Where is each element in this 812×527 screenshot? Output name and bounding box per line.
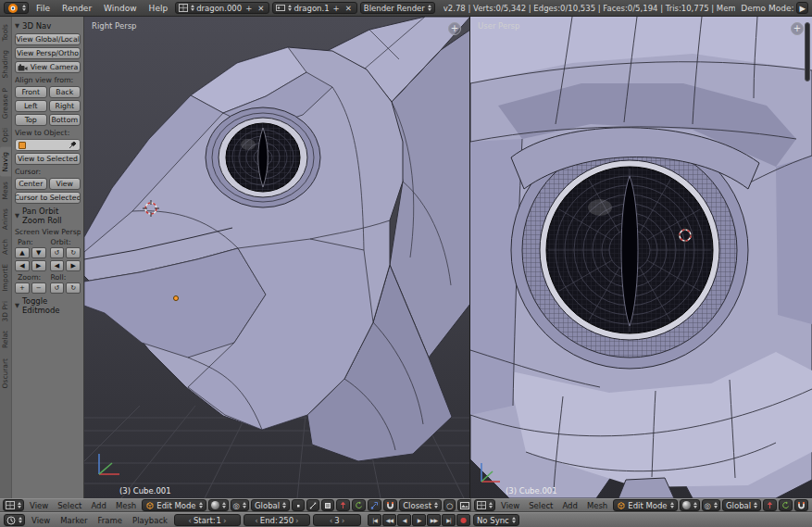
menu-add[interactable]: Add [87,501,109,510]
start-frame-field[interactable]: ‹ Start: 1 › [174,514,241,526]
align-left-button[interactable]: Left [15,100,47,112]
editor-type-button[interactable] [4,514,25,526]
roll-cw-button[interactable]: ↻ [66,282,81,294]
menu-view[interactable]: View [26,501,52,510]
manipulator-rotate-button[interactable] [352,499,366,511]
snap-target-dropdown[interactable]: Closest [399,499,442,511]
panel-header-toggle-editmode[interactable]: ▼ Toggle Editmode [15,296,81,315]
toolshelf-tab[interactable]: Anims [0,204,11,234]
demo-play-button[interactable]: ▶ [796,2,808,14]
viewport-shading-button[interactable] [208,499,229,511]
align-back-button[interactable]: Back [49,86,81,98]
menu-frame[interactable]: Frame [94,516,126,525]
pan-left-button[interactable]: ◀ [15,260,30,271]
toolshelf-tab[interactable]: Arch [0,234,11,259]
menu-window[interactable]: Window [99,3,142,14]
toolshelf-tab[interactable]: Oscurart [0,354,11,393]
stepper-right-icon[interactable]: › [294,516,300,525]
toolshelf-tab[interactable]: Shading [0,45,11,82]
close-scene-button[interactable]: ✕ [344,4,354,13]
snap-button[interactable] [383,499,397,511]
av-sync-dropdown[interactable]: No Sync [473,514,519,526]
align-bottom-button[interactable]: Bottom [49,114,81,126]
toolshelf-tab[interactable]: Navig [0,147,11,177]
toolshelf-tab[interactable]: Meas [0,177,11,205]
scene-selector[interactable]: dragon.1 + ✕ [272,2,356,14]
menu-view[interactable]: View [28,516,54,525]
stepper-left-icon[interactable]: ‹ [254,516,259,525]
toolshelf-tab[interactable]: Opti [0,123,11,147]
mode-dropdown[interactable]: Edit Mode [142,499,206,511]
align-top-button[interactable]: Top [15,114,47,126]
zoom-in-button[interactable]: + [15,282,30,294]
cursor-center-button[interactable]: Center [15,178,47,190]
viewport-shading-button[interactable] [680,499,700,511]
view-to-selected-button[interactable]: View to Selected [15,153,81,165]
pan-right-button[interactable]: ▶ [31,260,46,271]
manipulator-translate-button[interactable] [763,499,777,511]
play-reverse-button[interactable]: ◀ [397,514,411,526]
jump-to-end-button[interactable]: ▶| [442,514,456,526]
jump-to-start-button[interactable]: |◀ [368,514,381,526]
orbit-left-button[interactable]: ◀ [50,260,65,271]
menu-view[interactable]: View [497,501,523,510]
zoom-out-button[interactable]: − [31,282,46,294]
play-button[interactable]: ▶ [412,514,426,526]
add-layout-button[interactable]: + [244,4,254,13]
menu-playback[interactable]: Playback [129,516,171,525]
editor-type-button[interactable] [4,2,29,14]
current-frame-field[interactable]: ‹ 3 › [313,514,361,526]
vertex-select-button[interactable] [292,499,305,511]
menu-render[interactable]: Render [57,3,96,14]
manipulator-rotate-button[interactable] [779,499,793,511]
manipulator-translate-button[interactable] [336,499,350,511]
prev-keyframe-button[interactable]: ◀◀ [382,514,396,526]
face-select-button[interactable] [321,499,334,511]
roll-ccw-button[interactable]: ↺ [50,282,65,294]
manipulator-scale-button[interactable] [368,499,381,511]
pivot-center-button[interactable]: ◎ [702,499,720,511]
viewport-left[interactable]: Right Persp (3) Cube.001 + [84,17,470,498]
stepper-left-icon[interactable]: ‹ [329,516,334,525]
toolshelf-tab[interactable]: ImportE [0,259,11,296]
menu-select[interactable]: Select [54,501,85,510]
panel-header-3d-nav[interactable]: ▼ 3D Nav [15,21,81,31]
cursor-to-selected-button[interactable]: Cursor to Selected [15,192,81,204]
viewport-scrollbar[interactable] [805,22,810,82]
eyedropper-icon[interactable] [69,141,77,149]
pan-down-button[interactable]: ▼ [31,247,46,258]
toolshelf-tab[interactable]: Tools [0,19,11,45]
menu-help[interactable]: Help [144,3,173,14]
region-expand-icon[interactable]: + [791,22,804,35]
next-keyframe-button[interactable]: ▶▶ [427,514,441,526]
add-scene-button[interactable]: + [331,4,342,13]
orbit-right-button[interactable]: ▶ [66,260,81,271]
end-frame-field[interactable]: ‹ End: 250 › [244,514,310,526]
stepper-right-icon[interactable]: › [222,516,228,525]
menu-mesh[interactable]: Mesh [583,501,611,510]
proportional-edit-button[interactable]: ○ [443,499,456,511]
stepper-right-icon[interactable]: › [341,516,346,525]
view-to-object-field[interactable] [15,139,81,151]
render-preview-button[interactable] [457,499,470,511]
menu-add[interactable]: Add [558,501,581,510]
mode-dropdown[interactable]: Edit Mode [613,499,677,511]
region-expand-icon[interactable]: + [448,22,461,35]
align-right-button[interactable]: Right [49,100,81,112]
toolshelf-tab[interactable]: 3D Pri [0,296,11,327]
menu-mesh[interactable]: Mesh [112,501,140,510]
view-global-local-button[interactable]: View Global/Local [15,33,81,45]
orbit-cw-button[interactable]: ↻ [66,247,81,258]
close-layout-button[interactable]: ✕ [256,4,266,13]
toolshelf-tab[interactable]: Relat [0,326,11,353]
orientation-dropdown[interactable]: Global [251,499,290,511]
screen-layout-name[interactable]: dragon.000 [196,4,242,13]
menu-marker[interactable]: Marker [56,516,91,525]
toolshelf-tab[interactable]: Grease P [0,83,11,123]
viewport-right[interactable]: User Persp (3) Cube.001 + [470,17,812,498]
menu-file[interactable]: File [31,3,55,14]
orbit-ccw-button[interactable]: ↺ [50,247,65,258]
menu-select[interactable]: Select [525,501,556,510]
editor-type-button[interactable] [474,499,495,511]
pivot-center-button[interactable]: ◎ [231,499,249,511]
